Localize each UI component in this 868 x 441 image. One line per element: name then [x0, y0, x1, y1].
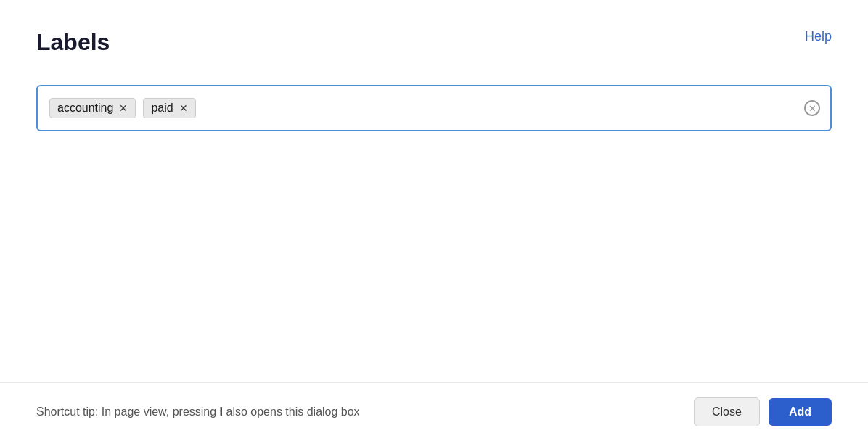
tag-accounting[interactable]: accounting ✕ [49, 98, 136, 118]
footer-buttons: Close Add [694, 397, 832, 426]
tag-paid-remove[interactable]: ✕ [179, 103, 188, 113]
close-button[interactable]: Close [694, 397, 760, 426]
shortcut-tip: Shortcut tip: In page view, pressing l a… [36, 405, 360, 419]
shortcut-tip-suffix: also opens this dialog box [223, 405, 360, 418]
footer-row: Shortcut tip: In page view, pressing l a… [0, 382, 868, 441]
page-title: Labels [36, 29, 110, 56]
help-link[interactable]: Help [805, 29, 832, 44]
shortcut-tip-prefix: Shortcut tip: In page view, pressing [36, 405, 220, 418]
add-button[interactable]: Add [769, 398, 832, 426]
tag-paid[interactable]: paid ✕ [143, 98, 195, 118]
tag-accounting-remove[interactable]: ✕ [119, 103, 128, 113]
clear-all-button[interactable]: ✕ [804, 100, 820, 116]
tag-paid-label: paid [151, 102, 173, 115]
tag-accounting-label: accounting [57, 102, 113, 115]
header-row: Labels Help [36, 29, 832, 56]
clear-all-icon: ✕ [804, 100, 820, 116]
labels-input-area[interactable]: accounting ✕ paid ✕ ✕ [36, 85, 832, 131]
page-container: Labels Help accounting ✕ paid ✕ ✕ [0, 0, 868, 441]
